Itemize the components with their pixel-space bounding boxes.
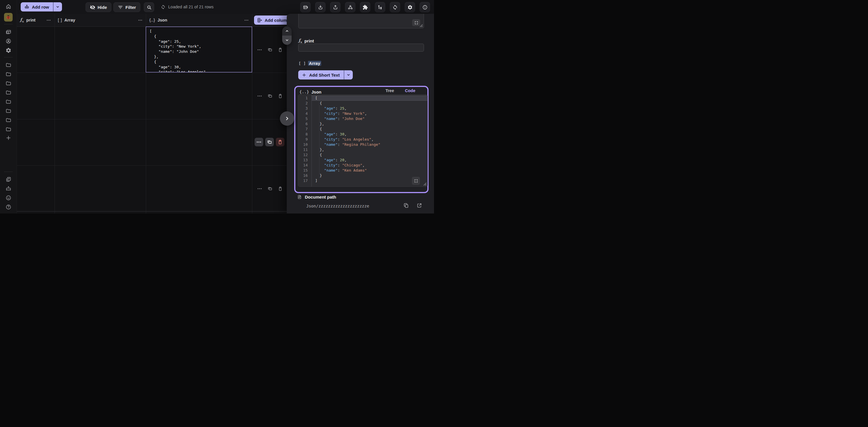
code-line-4[interactable]: 4 "city": "New York", [298, 111, 427, 116]
tab-tree[interactable]: Tree [385, 88, 394, 93]
sidebar-item-members[interactable] [4, 37, 13, 45]
code-line-14[interactable]: 14 "city": "Chicago", [298, 163, 427, 168]
sidebar-item-learning[interactable] [4, 184, 13, 193]
code-line-15[interactable]: 15 "name": "Ken Adams" [298, 168, 427, 173]
copy-path-button[interactable] [403, 202, 410, 209]
more-row-button[interactable] [256, 47, 262, 53]
resize-grip-icon[interactable] [420, 24, 423, 27]
code-line-3[interactable]: 3 "age": 25, [298, 106, 427, 111]
add-row-main[interactable]: Add row [21, 2, 53, 11]
duplicate-icon [267, 47, 273, 53]
row-hierarchy-button[interactable] [375, 2, 385, 12]
sidebar-folder-8[interactable] [4, 125, 13, 133]
add-field-dropdown[interactable] [344, 70, 353, 79]
collapse-drawer-button[interactable] [280, 111, 294, 126]
sidebar-item-home[interactable] [4, 2, 13, 11]
duplicate-row-button[interactable] [267, 47, 273, 53]
import-button[interactable] [315, 2, 326, 12]
delete-row-button[interactable] [277, 185, 283, 192]
line-number: 13 [298, 158, 311, 163]
fx-icon: ƒx [20, 17, 24, 23]
code-line-13[interactable]: 13 "age": 20, [298, 158, 427, 163]
settings-icon [5, 47, 11, 53]
print-field-input[interactable] [298, 44, 424, 52]
next-row-button[interactable] [282, 36, 291, 45]
sidebar-folder-1[interactable] [4, 61, 13, 69]
search-button[interactable] [144, 2, 154, 12]
code-line-5[interactable]: 5 "name": "John Doe" [298, 116, 427, 121]
column-menu-button[interactable] [243, 17, 249, 23]
expand-editor-button[interactable] [412, 177, 420, 185]
data-table[interactable]: ƒxprint[ ]Array{..}Json Add column [ { "… [17, 14, 287, 214]
delete-icon [278, 93, 283, 99]
code-line-7[interactable]: 7 { [298, 127, 427, 132]
duplicate-row-button[interactable] [265, 138, 274, 146]
previous-row-button[interactable] [282, 26, 291, 36]
code-line-8[interactable]: 8 "age": 30, [298, 132, 427, 137]
freeze-columns-button[interactable] [300, 2, 311, 12]
code-line-6[interactable]: 6 }, [298, 121, 427, 127]
delete-row-button[interactable] [277, 47, 283, 53]
hide-columns-button[interactable]: Hide [86, 2, 112, 12]
add-row-dropdown[interactable] [53, 2, 62, 11]
sidebar-add-table-button[interactable] [4, 133, 13, 142]
field-textarea[interactable] [298, 14, 424, 28]
tables-icon [5, 29, 11, 35]
add-short-text-main[interactable]: Add Short Text [298, 70, 344, 79]
code-line-2[interactable]: 2 { [298, 101, 427, 106]
sidebar-folder-7[interactable] [4, 116, 13, 124]
sidebar-folder-3[interactable] [4, 79, 13, 88]
code-line-17[interactable]: 17] [298, 178, 427, 184]
row-actions [256, 185, 283, 192]
more-icon [138, 18, 143, 23]
code-line-9[interactable]: 9 "city": "Los Angeles", [298, 137, 427, 142]
code-line-12[interactable]: 12 { [298, 152, 427, 158]
sync-button[interactable] [390, 2, 400, 12]
sidebar-folder-4[interactable] [4, 88, 13, 97]
selected-json-cell[interactable]: [ { "age": 25, "city": "New York", "name… [146, 27, 252, 72]
sidebar-item-settings[interactable] [4, 46, 13, 55]
duplicate-row-button[interactable] [267, 185, 273, 192]
delete-row-button[interactable] [276, 138, 284, 146]
json-code-editor[interactable]: 1[2 {3 "age": 25,4 "city": "New York",5 … [298, 94, 428, 187]
more-row-button[interactable] [255, 138, 263, 146]
delete-row-button[interactable] [277, 93, 283, 99]
info-button[interactable] [420, 2, 430, 12]
code-line-11[interactable]: 11 }, [298, 147, 427, 152]
sidebar-folder-2[interactable] [4, 70, 13, 78]
add-short-text-button[interactable]: Add Short Text [298, 70, 353, 79]
more-icon [257, 93, 262, 99]
column-menu-button[interactable] [137, 17, 143, 23]
export-button[interactable] [330, 2, 340, 12]
filter-button[interactable]: Filter [113, 2, 141, 12]
expand-field-button[interactable] [412, 19, 420, 26]
extensions-button[interactable] [360, 2, 370, 12]
duplicate-row-button[interactable] [267, 93, 273, 99]
column-header-Json[interactable]: {..}Json [146, 14, 252, 26]
settings-button[interactable] [405, 2, 415, 12]
column-menu-button[interactable] [46, 17, 52, 23]
more-row-button[interactable] [256, 185, 262, 192]
code-line-16[interactable]: 16 } [298, 173, 427, 178]
open-document-button[interactable] [416, 202, 423, 209]
sidebar-folder-5[interactable] [4, 97, 13, 106]
add-column-icon [257, 18, 262, 23]
tab-code[interactable]: Code [405, 88, 415, 93]
column-header-Array[interactable]: [ ]Array [55, 14, 146, 26]
array-label-text: Array [308, 61, 321, 66]
code-line-10[interactable]: 10 "name": "Regina Philange" [298, 142, 427, 147]
code-line-1[interactable]: 1[ [298, 96, 427, 101]
sidebar-item-help[interactable] [4, 203, 13, 211]
sidebar-item-feedback[interactable] [4, 193, 13, 202]
column-header-print[interactable]: ƒxprint [17, 14, 55, 26]
sidebar-folder-6[interactable] [4, 106, 13, 115]
sidebar-item-tables[interactable] [4, 28, 13, 36]
more-row-button[interactable] [256, 93, 262, 99]
add-row-button[interactable]: Add row [21, 2, 62, 11]
sidebar-item-docs[interactable] [4, 175, 13, 184]
webhooks-button[interactable] [345, 2, 355, 12]
extensions-icon [363, 5, 368, 10]
workspace-avatar[interactable] [4, 13, 12, 22]
resize-grip-icon[interactable] [423, 183, 427, 186]
line-content: "city": "Los Angeles", [311, 137, 427, 142]
